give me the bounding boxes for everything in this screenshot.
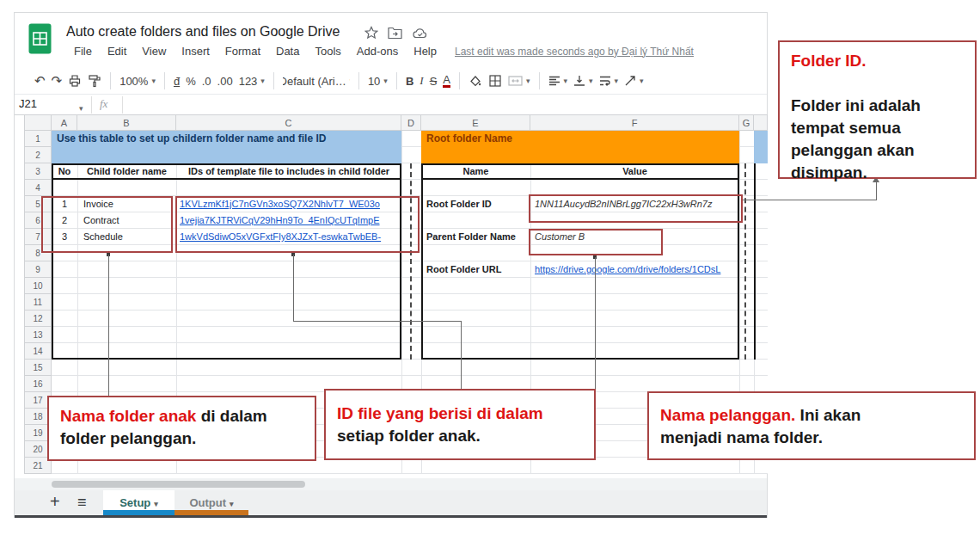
tab-setup-label: Setup	[119, 496, 150, 509]
header-value[interactable]: Value	[530, 163, 739, 180]
all-sheets-icon[interactable]	[77, 494, 87, 512]
google-sheets-window: Auto create folders and files on Google …	[0, 0, 980, 535]
redo-icon[interactable]	[52, 73, 63, 89]
toolbar-separator	[539, 72, 540, 89]
connector-child-folder	[108, 255, 109, 397]
more-formats-button[interactable]: 123	[239, 75, 265, 88]
text-wrap-icon[interactable]	[599, 75, 619, 87]
cloud-saved-icon[interactable]	[413, 27, 428, 39]
text-rotation-icon[interactable]	[624, 75, 644, 87]
callout-customer-line2: menjadi nama folder.	[660, 427, 963, 449]
row-header[interactable]: 3	[24, 163, 52, 180]
connector-folder-id-v	[876, 181, 877, 200]
undo-icon[interactable]	[34, 73, 46, 89]
toolbar-separator	[273, 72, 274, 89]
menu-edit[interactable]: Edit	[100, 45, 134, 58]
paint-format-icon[interactable]	[88, 74, 101, 88]
menu-help[interactable]: Help	[406, 45, 444, 58]
row-header[interactable]: 9	[24, 261, 52, 278]
menu-format[interactable]: Format	[217, 45, 268, 58]
last-edit-link[interactable]: Last edit was made seconds ago by Đại lý…	[455, 46, 694, 58]
column-header-E[interactable]: E	[421, 114, 530, 131]
partial-table-border	[754, 163, 756, 360]
tab-output-caret-icon[interactable]	[226, 496, 234, 509]
callout-customer: Nama pelanggan. Ini akan menjadi nama fo…	[647, 391, 976, 460]
menu-addons[interactable]: Add-ons	[349, 45, 406, 58]
row-header[interactable]: 12	[24, 311, 52, 327]
row-header[interactable]: 15	[24, 360, 52, 376]
font-select[interactable]: Default (Ari…	[283, 75, 350, 88]
zoom-select[interactable]: 100%	[119, 75, 156, 88]
name-box-caret-icon[interactable]	[76, 99, 83, 114]
add-sheet-icon[interactable]	[50, 492, 60, 512]
window-bottom-edge	[15, 515, 767, 518]
vertical-align-icon[interactable]	[573, 75, 593, 87]
print-icon[interactable]	[68, 74, 82, 88]
column-header-F[interactable]: F	[530, 114, 739, 131]
tab-setup-caret-icon[interactable]	[150, 496, 158, 509]
row-header[interactable]: 10	[24, 278, 52, 294]
cell-root-folder-id-label[interactable]: Root Folder ID	[426, 196, 492, 212]
format-percent-button[interactable]: %	[186, 75, 196, 88]
menu-file[interactable]: File	[66, 45, 100, 58]
connector-template-id-v2	[461, 321, 462, 390]
callout-customer-highlight: Nama pelanggan.	[660, 406, 795, 424]
highlight-root-folder-id	[529, 194, 743, 223]
text-color-button[interactable]: A	[443, 74, 450, 88]
corner-select-all[interactable]	[24, 114, 52, 131]
highlight-customer-name	[529, 229, 663, 255]
row-header[interactable]: 14	[24, 343, 52, 360]
document-title[interactable]: Auto create folders and files on Google …	[66, 24, 340, 40]
header-child-folder-name[interactable]: Child folder name	[77, 163, 176, 180]
column-header-B[interactable]: B	[77, 114, 176, 131]
menu-data[interactable]: Data	[268, 45, 307, 58]
name-box[interactable]: J21	[19, 97, 37, 110]
borders-icon[interactable]	[488, 74, 502, 88]
header-name[interactable]: Name	[421, 163, 530, 180]
row-header[interactable]: 1	[24, 131, 52, 147]
increase-decimal-button[interactable]: .00	[217, 75, 233, 88]
cell-root-folder-url-value[interactable]: https://drive.google.com/drive/folders/1…	[535, 261, 738, 278]
callout-template-id-line1: ID file yang berisi di dalam	[337, 404, 543, 422]
row-header[interactable]: 16	[24, 376, 52, 392]
row-header[interactable]: 4	[24, 180, 52, 196]
banner-right-text: Root folder Name	[426, 131, 512, 147]
cell-root-folder-url-label[interactable]: Root Folder URL	[426, 261, 501, 278]
toolbar-separator	[396, 72, 397, 89]
move-to-folder-icon[interactable]	[388, 27, 402, 39]
row-header[interactable]: 13	[24, 327, 52, 343]
toolbar-separator	[110, 72, 111, 89]
bold-button[interactable]: B	[406, 75, 413, 88]
callout-folder-id: Folder ID. Folder ini adalah tempat semu…	[778, 40, 977, 179]
callout-customer-rest: Ini akan	[795, 406, 861, 424]
callout-child-folder-highlight: Nama folder anak	[60, 407, 196, 425]
row-header[interactable]: 11	[24, 294, 52, 311]
format-currency-button[interactable]: đ	[174, 75, 180, 88]
toolbar-divider	[15, 94, 767, 95]
row-header[interactable]: 2	[24, 147, 52, 163]
formula-bar-input[interactable]	[129, 96, 765, 114]
fill-color-icon[interactable]	[469, 74, 482, 88]
column-header-partial[interactable]	[754, 114, 768, 131]
callout-child-folder-rest: di dalam	[196, 407, 266, 425]
callout-template-id-line2: setiap folder anak.	[337, 425, 583, 447]
header-template-ids[interactable]: IDs of template file to includes in chil…	[176, 163, 401, 180]
horizontal-align-icon[interactable]	[548, 75, 568, 87]
column-header-G[interactable]: G	[739, 114, 754, 131]
star-icon[interactable]	[364, 26, 378, 40]
menu-tools[interactable]: Tools	[307, 45, 348, 58]
header-no[interactable]: No	[52, 163, 77, 180]
menu-insert[interactable]: Insert	[174, 45, 217, 58]
column-header-D[interactable]: D	[401, 114, 421, 131]
italic-button[interactable]: I	[420, 74, 423, 88]
strikethrough-button[interactable]: S	[430, 75, 438, 88]
font-size-select[interactable]: 10	[368, 75, 388, 88]
callout-folder-id-heading: Folder ID.	[791, 52, 867, 70]
column-header-C[interactable]: C	[176, 114, 401, 131]
callout-folder-id-line: Folder ini adalah	[791, 95, 964, 117]
decrease-decimal-button[interactable]: .0	[202, 75, 211, 88]
column-header-A[interactable]: A	[52, 114, 77, 131]
cell-parent-folder-name-label[interactable]: Parent Folder Name	[426, 229, 516, 245]
menu-view[interactable]: View	[134, 45, 174, 58]
hscroll-thumb[interactable]	[52, 481, 305, 488]
